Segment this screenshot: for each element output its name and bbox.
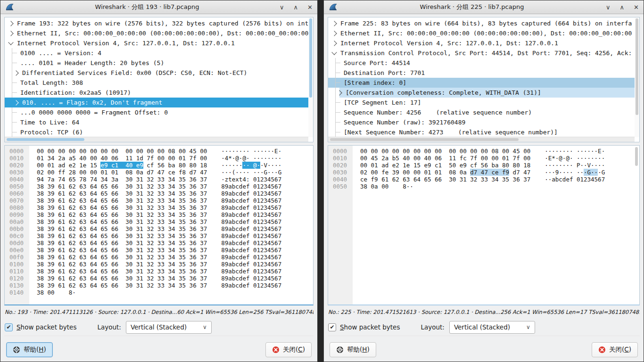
tree-row[interactable]: Differentiated Services Field: 0x00 (DSC… (5, 68, 308, 78)
tree-row[interactable]: Total Length: 308 (5, 78, 308, 88)
hex-row[interactable]: 00a038 39 61 62 63 64 65 66 30 31 32 33 … (5, 218, 313, 225)
hex-row[interactable]: 005038 0a 008·· (328, 183, 639, 190)
hex-ascii[interactable]: 89abcdef 01234567 (221, 218, 281, 225)
hex-row[interactable]: 006038 39 61 62 63 64 65 66 30 31 32 33 … (5, 190, 313, 197)
tree-row[interactable]: Ethernet II, Src: 00:00:00_00:00:00 (00:… (5, 28, 308, 38)
hex-ascii[interactable]: 89abcdef 01234567 (221, 275, 281, 282)
hex-bytes[interactable]: 38 39 61 62 63 64 65 66 30 31 32 33 34 3… (37, 282, 207, 289)
tree-row[interactable]: ...0 0000 0000 0000 = Fragment Offset: 0 (5, 107, 308, 117)
show-packet-bytes-label[interactable]: Show packet bytes (17, 323, 76, 331)
tree-row[interactable]: Identification: 0x2aa5 (10917) (5, 88, 308, 98)
expander-closed-icon[interactable] (13, 70, 18, 75)
tree-row[interactable]: [TCP Segment Len: 17] (328, 98, 635, 107)
hex-ascii[interactable]: 89abcdef 01234567 (221, 268, 281, 275)
hex-row[interactable]: 004094 7a 74 65 78 74 34 3a 30 31 32 33 … (5, 176, 313, 183)
expander-closed-icon[interactable] (331, 21, 337, 26)
show-packet-bytes-label[interactable]: Show packet bytes (340, 323, 400, 331)
hex-row[interactable]: 00f038 39 61 62 63 64 65 66 30 31 32 33 … (5, 254, 313, 261)
close-icon[interactable]: ✕ (307, 4, 313, 10)
show-packet-bytes-checkbox[interactable]: ✔ (5, 323, 13, 331)
hex-row[interactable]: 001001 34 2a a5 40 00 40 06 11 1d 7f 00 … (5, 155, 313, 162)
hex-ascii[interactable]: 89abcdef 01234567 (221, 183, 281, 190)
hex-row[interactable]: 008038 39 61 62 63 64 65 66 30 31 32 33 … (5, 204, 313, 211)
hex-bytes[interactable]: 38 39 61 62 63 64 65 66 30 31 32 33 34 3… (37, 197, 207, 204)
expander-closed-icon[interactable] (8, 21, 13, 26)
layout-dropdown[interactable]: Vertical (Stacked) ∨ (449, 321, 535, 334)
hex-bytes[interactable]: 38 39 61 62 63 64 65 66 30 31 32 33 34 3… (37, 261, 207, 268)
titlebar[interactable]: Wireshark · 分组 193 · lib7.pcapng ∨ ∧ ✕ (0, 0, 317, 14)
tree-row[interactable]: Protocol: TCP (6) (5, 127, 308, 137)
tree-row[interactable]: Time to Live: 64 (5, 117, 308, 127)
tree-vertical-scrollbar[interactable] (635, 17, 639, 137)
tree-row[interactable]: Source Port: 44514 (328, 58, 635, 68)
hex-bytes[interactable]: 38 0a 00 (360, 183, 388, 190)
expander-closed-icon[interactable] (337, 90, 342, 95)
hex-ascii[interactable]: ········ P··V···· (545, 162, 605, 169)
hex-ascii[interactable]: ·ztext4: 01234567 (221, 176, 281, 183)
minimize-icon[interactable]: ∨ (280, 4, 284, 10)
hex-bytes[interactable]: 38 39 61 62 63 64 65 66 30 31 32 33 34 3… (37, 218, 207, 225)
expander-open-icon[interactable] (8, 40, 13, 45)
hex-ascii[interactable]: 89abcdef 01234567 (221, 204, 281, 211)
hex-ascii[interactable]: ········ ······E· (545, 148, 605, 155)
hex-row[interactable]: 00b038 39 61 62 63 64 65 66 30 31 32 33 … (5, 225, 313, 232)
hex-bytes[interactable]: 02 00 ff 28 00 00 01 01 08 0a d7 47 ce f… (37, 169, 207, 176)
hex-bytes[interactable]: ce f9 61 62 63 64 65 66 30 31 32 33 34 3… (360, 176, 530, 183)
hex-ascii-highlight[interactable]: ·· @· (242, 162, 260, 169)
hex-bytes[interactable]: 38 39 61 62 63 64 65 66 30 31 32 33 34 3… (37, 275, 207, 282)
show-packet-bytes-checkbox[interactable]: ✔ (328, 323, 336, 331)
hex-row[interactable]: 001000 45 2a b5 40 00 40 06 11 fc 7f 00 … (328, 155, 639, 162)
expander-closed-icon[interactable] (331, 31, 337, 36)
hex-ascii[interactable]: 89abcdef 01234567 (221, 247, 281, 254)
hex-ascii[interactable]: ··abcdef 01234567 (545, 176, 605, 183)
close-button[interactable]: 关闭(C) (592, 342, 638, 357)
hex-row[interactable]: 012038 39 61 62 63 64 65 66 30 31 32 33 … (5, 275, 313, 282)
tree-row[interactable]: .... 0101 = Header Length: 20 bytes (5) (5, 58, 308, 68)
tree-horizontal-scrollbar[interactable] (328, 137, 635, 142)
hex-row[interactable]: 000000 00 00 00 00 00 00 00 00 00 00 00 … (328, 148, 639, 155)
tree-vertical-scrollbar[interactable] (308, 17, 313, 137)
hex-ascii[interactable]: 89abcdef 01234567 (221, 225, 281, 232)
hex-row[interactable]: 000000 00 00 00 00 00 00 00 00 00 00 00 … (5, 148, 313, 155)
hex-row[interactable]: 014038 008· (5, 289, 313, 296)
hex-bytes[interactable]: 94 7a 74 65 78 74 34 3a 30 31 32 33 34 3… (37, 176, 207, 183)
packet-detail-tree-pane[interactable]: Frame 193: 322 bytes on wire (2576 bits)… (4, 17, 314, 142)
hex-bytes[interactable]: 38 39 61 62 63 64 65 66 30 31 32 33 34 3… (37, 232, 207, 239)
tree-row[interactable]: Sequence Number (raw): 3921760489 (328, 117, 635, 127)
hex-bytes[interactable]: 00 00 00 00 00 00 00 00 00 00 00 00 08 0… (360, 148, 530, 155)
scrollbar-thumb[interactable] (7, 138, 84, 141)
titlebar[interactable]: Wireshark · 分组 225 · lib7.pcapng ∨ ∧ ✕ (324, 0, 644, 14)
hex-ascii[interactable]: 8· (69, 289, 76, 296)
hex-ascii[interactable]: ···(···· ···G···G (221, 169, 281, 176)
scrollbar-thumb[interactable] (309, 18, 312, 98)
close-button[interactable]: 关闭(C) (265, 342, 312, 357)
tree-row[interactable]: [Next Sequence Number: 4273 (relative se… (328, 127, 635, 137)
hex-row[interactable]: 00d038 39 61 62 63 64 65 66 30 31 32 33 … (5, 239, 313, 247)
hex-bytes-highlight[interactable]: d7 47 ce f9 (470, 169, 509, 176)
close-icon[interactable]: ✕ (634, 4, 639, 10)
hex-row[interactable]: 0040ce f9 61 62 63 64 65 66 30 31 32 33 … (328, 176, 639, 183)
hex-ascii[interactable]: 8·· (403, 183, 413, 190)
hex-row[interactable]: 00c038 39 61 62 63 64 65 66 30 31 32 33 … (5, 232, 313, 239)
hex-row[interactable]: 009038 39 61 62 63 64 65 66 30 31 32 33 … (5, 211, 313, 218)
tree-horizontal-scrollbar[interactable] (5, 137, 308, 142)
packet-detail-tree-pane[interactable]: Frame 225: 83 bytes on wire (664 bits), … (328, 17, 640, 142)
expander-closed-icon[interactable] (8, 31, 13, 36)
tree-row[interactable]: Frame 193: 322 bytes on wire (2576 bits)… (5, 18, 308, 28)
hex-ascii[interactable]: 89abcdef 01234567 (221, 261, 281, 268)
hex-bytes[interactable]: 38 39 61 62 63 64 65 66 30 31 32 33 34 3… (37, 254, 207, 261)
packet-bytes-pane[interactable]: 000000 00 00 00 00 00 00 00 00 00 00 00 … (4, 145, 314, 305)
maximize-icon[interactable]: ∧ (294, 4, 298, 10)
hex-ascii[interactable]: ·4*·@·@· ········ (221, 155, 281, 162)
hex-bytes[interactable]: 00 01 ad e2 1e 15 e9 c1 40 e9 cf 56 ba 8… (37, 162, 207, 169)
hex-bytes[interactable]: 00 45 2a b5 40 00 40 06 11 fc 7f 00 00 0… (360, 155, 530, 162)
layout-dropdown[interactable]: Vertical (Stacked) ∨ (126, 321, 212, 334)
hex-bytes[interactable]: 38 39 61 62 63 64 65 66 30 31 32 33 34 3… (37, 190, 207, 197)
hex-row[interactable]: 002000 01 ad e2 1e 15 e9 c1 50 e9 cf 56 … (328, 162, 639, 169)
hex-bytes[interactable]: 38 39 61 62 63 64 65 66 30 31 32 33 34 3… (37, 204, 207, 211)
hex-row[interactable]: 002000 01 ad e2 1e 15 e9 c1 40 e9 cf 56 … (5, 162, 313, 169)
hex-ascii[interactable]: ········ ······E· (221, 148, 281, 155)
tree-row[interactable]: 0100 .... = Version: 4 (5, 48, 308, 58)
tree-row[interactable]: [Conversation completeness: Complete, WI… (328, 88, 635, 98)
hex-ascii[interactable]: 89abcdef 01234567 (221, 190, 281, 197)
